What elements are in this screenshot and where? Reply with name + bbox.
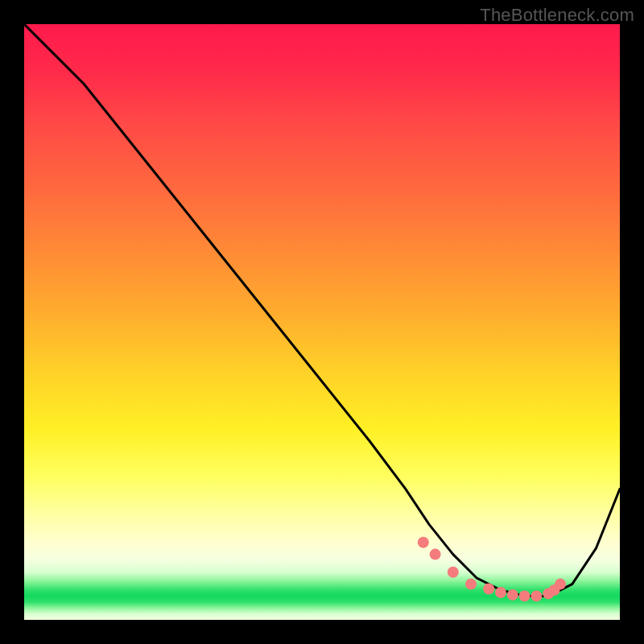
highlight-dot (495, 587, 506, 598)
highlight-dot (507, 589, 518, 601)
highlight-dot (555, 579, 566, 590)
chart-svg (24, 24, 620, 620)
highlight-dot (448, 567, 459, 578)
highlight-dot (530, 590, 542, 601)
highlight-dot (483, 584, 494, 595)
highlight-dot (465, 579, 477, 590)
highlight-dot (519, 590, 530, 601)
highlight-dot (430, 549, 441, 560)
plot-area (24, 24, 620, 620)
chart-frame: TheBottleneck.com (0, 0, 644, 644)
bottleneck-curve (24, 24, 620, 596)
watermark-text: TheBottleneck.com (480, 5, 634, 26)
highlight-dot (418, 537, 429, 548)
highlight-dots-group (418, 537, 566, 602)
